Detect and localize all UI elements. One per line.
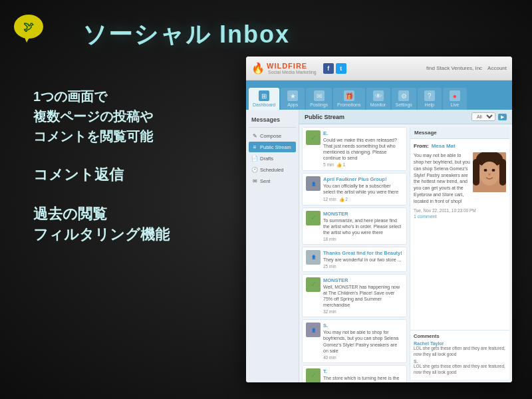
- sidebar-item-public-stream[interactable]: ≡ Public Stream: [249, 142, 296, 152]
- nav-tab-help[interactable]: ? Help: [418, 88, 442, 110]
- stream-item-2[interactable]: 👤 April Faulkner Plus Group! You can off…: [302, 173, 407, 205]
- app-header: 🔥 WILDFIRE Social Media Marketing f t fi…: [246, 57, 512, 80]
- svg-point-6: [484, 169, 487, 172]
- comment-name-2: S.: [414, 359, 506, 364]
- stream-item-name-1: E.: [323, 130, 403, 136]
- app-nav: ⊞ Dashboard ★ Apps ✉ Postings 🎁 Promotio…: [246, 80, 512, 110]
- nav-tab-apps[interactable]: ★ Apps: [281, 88, 305, 110]
- stream-item-name-5: MONSTER: [323, 277, 403, 283]
- stream-header: Public Stream All ▶: [299, 110, 512, 124]
- stream-item-meta-2: 12 min 👍 2: [323, 197, 403, 202]
- stream-item-name-3: MONSTER: [323, 211, 403, 217]
- time-3: 18 min: [323, 237, 336, 241]
- nav-label-dashboard: Dashboard: [253, 102, 275, 107]
- wildfire-text: WILDFIRE: [267, 62, 317, 70]
- comment-text-2: LOL she gets those often and they are fe…: [414, 364, 506, 375]
- comment-name-1: Rachel Taylor: [414, 341, 506, 346]
- sidebar-item-sent[interactable]: ✉ Sent: [249, 176, 296, 186]
- nav-tab-dashboard[interactable]: ⊞ Dashboard: [249, 88, 279, 110]
- comments-header: Comments: [414, 333, 506, 339]
- sidebar-item-compose[interactable]: ✎ Compose: [249, 130, 296, 141]
- stream-filter-btn[interactable]: ▶: [498, 114, 507, 120]
- feature-text-1: 1つの画面で複数ページの投稿やコメントを閲覧可能: [33, 86, 219, 146]
- help-icon: ?: [424, 90, 435, 101]
- stream-item-text-2: You can officially be a subscriber selec…: [323, 183, 403, 195]
- app-sidebar: Messages ✎ Compose ≡ Public Stream 📄 Dra…: [246, 110, 299, 382]
- sidebar-item-drafts[interactable]: 📄 Drafts: [249, 153, 296, 164]
- twitter-icon: t: [336, 63, 346, 74]
- stream-item-content-4: Thanks Great find for the Beauty! They a…: [323, 250, 403, 269]
- stream-item-text-7: The store which is turning here is the d…: [323, 375, 403, 382]
- nav-tab-settings[interactable]: ⚙ Settings: [392, 88, 416, 110]
- nav-tab-monitor[interactable]: 👁 Monitor: [366, 88, 390, 110]
- nav-tab-postings[interactable]: ✉ Postings: [306, 88, 332, 110]
- time-2: 12 min: [323, 197, 336, 202]
- time-1: 5 min: [323, 162, 334, 168]
- message-panel: Message From: Mesa Mat: [410, 127, 509, 380]
- stream-item-1[interactable]: ✓ E. Could we make this even released? T…: [302, 127, 407, 171]
- stream-item-6[interactable]: 👤 S. You may not be able to shop for boy…: [302, 319, 407, 362]
- svg-rect-9: [473, 159, 479, 186]
- stream-item-meta-1: 5 min 👍 1: [323, 162, 403, 168]
- stream-item-name-7: T.: [323, 368, 403, 374]
- avatar-face: [473, 152, 506, 192]
- stream-item-meta-6: 40 min: [323, 355, 403, 360]
- live-icon: ●: [450, 90, 460, 101]
- stream-item-name-6: S.: [323, 323, 403, 329]
- likes-1: 👍 1: [336, 162, 345, 168]
- scheduled-icon: 🕐: [251, 166, 258, 173]
- time-4: 25 min: [323, 264, 336, 269]
- stream-list: ✓ E. Could we make this even released? T…: [302, 127, 407, 380]
- sidebar-item-scheduled[interactable]: 🕐 Scheduled: [249, 164, 296, 175]
- nav-label-apps: Apps: [287, 102, 298, 107]
- social-icons: f t: [323, 63, 346, 74]
- comment-text-1: LOL she gets these often and they are fe…: [414, 346, 506, 357]
- message-reply-count: 1 comment: [414, 213, 506, 220]
- nav-tab-promotions[interactable]: 🎁 Promotions: [333, 88, 364, 110]
- sidebar-label-sent: Sent: [260, 178, 270, 184]
- apps-icon: ★: [287, 90, 298, 101]
- message-avatar-large: [473, 152, 506, 192]
- monitor-icon: 👁: [373, 90, 384, 101]
- stream-filter[interactable]: All: [471, 112, 495, 121]
- stream-item-5[interactable]: ✓ MONSTER Well, MONSTER has happening no…: [302, 274, 407, 317]
- avatar-7: ✓: [306, 368, 321, 382]
- promotions-icon: 🎁: [344, 90, 354, 101]
- avatar-3: ✓: [306, 211, 321, 225]
- stream-item-meta-5: 32 min: [323, 309, 403, 314]
- postings-icon: ✉: [314, 90, 325, 101]
- stream-item-content-6: S. You may not be able to shop for boyfr…: [323, 323, 403, 359]
- from-name: Mesa Mat: [432, 142, 456, 150]
- comment-2: S. LOL she gets those often and they are…: [414, 359, 506, 375]
- stream-item-text-3: To summarize, and here please find the a…: [323, 217, 403, 235]
- nav-label-promotions: Promotions: [337, 102, 360, 107]
- left-content-area: 1つの画面で複数ページの投稿やコメントを閲覧可能 コメント返信 過去の閲覧フィル…: [33, 86, 219, 263]
- wildfire-logo: 🔥 WILDFIRE Social Media Marketing: [251, 62, 317, 74]
- stream-item-content-2: April Faulkner Plus Group! You can offic…: [323, 176, 403, 201]
- nav-label-postings: Postings: [310, 102, 328, 107]
- account-info: find Stack Ventures, Inc: [426, 65, 482, 71]
- message-panel-header: Message: [410, 127, 509, 139]
- compose-icon: ✎: [251, 132, 258, 139]
- time-6: 40 min: [323, 355, 336, 360]
- comments-section: Comments Rachel Taylor LOL she gets thes…: [410, 330, 509, 380]
- avatar-1: ✓: [306, 130, 321, 145]
- nav-tab-live[interactable]: ● Live: [443, 88, 467, 110]
- page-title: ソーシャル Inbox: [53, 19, 319, 51]
- stream-item-7[interactable]: ✓ T. The store which is turning here is …: [302, 365, 407, 382]
- avatar-2: 👤: [306, 176, 321, 191]
- nav-label-live: Live: [450, 102, 459, 107]
- message-time: Tue, Nov 22, 2011, 10:23:00 PM: [414, 207, 506, 213]
- account-link[interactable]: Account: [487, 65, 507, 71]
- stream-item-content-1: E. Could we make this even released? Tha…: [323, 130, 403, 168]
- stream-item-text-4: They are wonderful in our two store ...: [323, 257, 403, 263]
- stream-item-meta-3: 18 min: [323, 237, 403, 241]
- drafts-icon: 📄: [251, 155, 258, 162]
- stream-item-3[interactable]: ✓ MONSTER To summarize, and here please …: [302, 207, 407, 245]
- sent-icon: ✉: [251, 178, 258, 184]
- svg-point-8: [488, 174, 491, 176]
- presentation-stage: 🕊 ソーシャル Inbox 1つの画面で複数ページの投稿やコメントを閲覧可能 コ…: [0, 0, 532, 399]
- message-content: From: Mesa Mat: [410, 139, 509, 330]
- stream-item-4[interactable]: 👤 Thanks Great find for the Beauty! They…: [302, 247, 407, 272]
- feature-text-2: コメント返信: [33, 165, 219, 186]
